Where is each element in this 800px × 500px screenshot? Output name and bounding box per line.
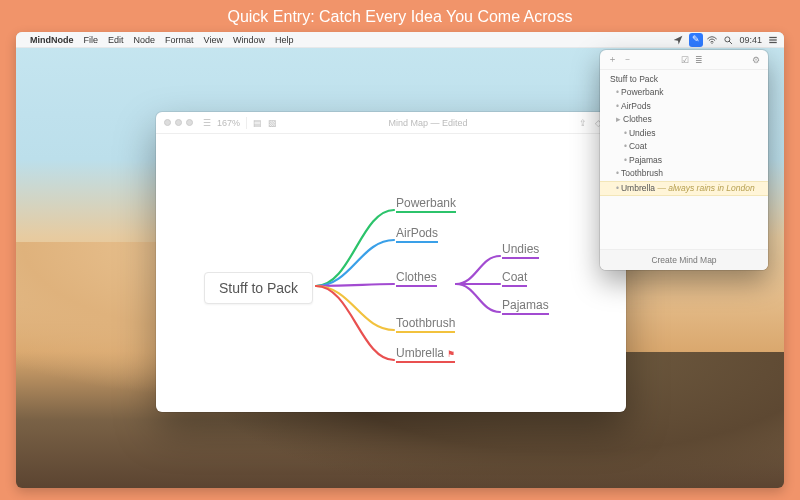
- minimize-icon[interactable]: [175, 119, 182, 126]
- quick-entry-toolbar: ＋ － ☑ ≣ ⚙: [600, 50, 768, 70]
- node-undies[interactable]: Undies: [502, 242, 539, 259]
- promo-title: Quick Entry: Catch Every Idea You Come A…: [227, 8, 572, 26]
- promo-frame: Quick Entry: Catch Every Idea You Come A…: [0, 0, 800, 500]
- svg-line-2: [730, 41, 733, 44]
- outline-view-icon[interactable]: ▤: [253, 118, 262, 128]
- menubar-clock[interactable]: 09:41: [739, 35, 762, 45]
- menubar: MindNode File Edit Node Format View Wind…: [16, 32, 784, 48]
- svg-rect-4: [769, 39, 777, 40]
- window-titlebar: ☰ 167% ▤ ▧ Mind Map — Edited ⇪ ◇ ⊕: [156, 112, 626, 134]
- node-powerbank[interactable]: Powerbank: [396, 196, 456, 213]
- qe-item-umbrella[interactable]: •Umbrella — always rains in London: [600, 181, 768, 196]
- svg-rect-3: [769, 36, 777, 37]
- node-pajamas[interactable]: Pajamas: [502, 298, 549, 315]
- menu-node[interactable]: Node: [134, 35, 156, 45]
- document-window: ☰ 167% ▤ ▧ Mind Map — Edited ⇪ ◇ ⊕: [156, 112, 626, 412]
- node-umbrella-label: Umbrella: [396, 346, 444, 360]
- create-mind-map-button[interactable]: Create Mind Map: [600, 249, 768, 270]
- menu-format[interactable]: Format: [165, 35, 194, 45]
- sidebar-toggle-icon[interactable]: ☰: [203, 118, 211, 128]
- qe-item-airpods[interactable]: •AirPods: [600, 100, 768, 113]
- app-menu[interactable]: MindNode: [30, 35, 74, 45]
- quick-entry-list[interactable]: Stuff to Pack •Powerbank •AirPods ▸Cloth…: [600, 70, 768, 199]
- share-icon[interactable]: ⇪: [579, 118, 587, 128]
- menu-edit[interactable]: Edit: [108, 35, 124, 45]
- qe-add-button[interactable]: ＋: [608, 53, 617, 66]
- zoom-level[interactable]: 167%: [217, 118, 240, 128]
- window-traffic-lights[interactable]: [164, 119, 193, 126]
- node-toothbrush[interactable]: Toothbrush: [396, 316, 455, 333]
- menu-help[interactable]: Help: [275, 35, 294, 45]
- root-node[interactable]: Stuff to Pack: [204, 272, 313, 304]
- wifi-status-icon[interactable]: [707, 35, 717, 45]
- quick-entry-menubar-icon[interactable]: ✎: [689, 33, 703, 47]
- macos-desktop: MindNode File Edit Node Format View Wind…: [16, 32, 784, 488]
- menu-file[interactable]: File: [84, 35, 99, 45]
- svg-point-0: [712, 42, 713, 43]
- notification-center-icon[interactable]: [768, 35, 778, 45]
- qe-remove-button[interactable]: －: [623, 53, 632, 66]
- window-title: Mind Map — Edited: [283, 118, 573, 128]
- quick-entry-panel: ＋ － ☑ ≣ ⚙ Stuff to Pack •Powerbank •AirP…: [600, 50, 768, 270]
- node-umbrella[interactable]: Umbrella⚑: [396, 346, 455, 363]
- qe-item-coat[interactable]: •Coat: [600, 140, 768, 153]
- qe-item-clothes[interactable]: ▸Clothes: [600, 113, 768, 126]
- menu-view[interactable]: View: [204, 35, 223, 45]
- spotlight-icon[interactable]: [723, 35, 733, 45]
- mindmap-canvas[interactable]: Stuff to Pack Powerbank AirPods Clothes …: [156, 134, 626, 412]
- menu-window[interactable]: Window: [233, 35, 265, 45]
- qe-item-undies[interactable]: •Undies: [600, 127, 768, 140]
- node-coat[interactable]: Coat: [502, 270, 527, 287]
- qe-item-root[interactable]: Stuff to Pack: [600, 73, 768, 86]
- flag-icon: ⚑: [447, 349, 455, 359]
- zoom-icon[interactable]: [186, 119, 193, 126]
- svg-rect-5: [769, 41, 777, 42]
- node-airpods[interactable]: AirPods: [396, 226, 438, 243]
- qe-checklist-icon[interactable]: ☑: [681, 55, 689, 65]
- qe-item-powerbank[interactable]: •Powerbank: [600, 86, 768, 99]
- location-status-icon[interactable]: [673, 35, 683, 45]
- qe-item-toothbrush[interactable]: •Toothbrush: [600, 167, 768, 180]
- qe-outline-icon[interactable]: ≣: [695, 55, 703, 65]
- qe-settings-icon[interactable]: ⚙: [752, 55, 760, 65]
- close-icon[interactable]: [164, 119, 171, 126]
- qe-item-pajamas[interactable]: •Pajamas: [600, 154, 768, 167]
- media-icon[interactable]: ▧: [268, 118, 277, 128]
- node-clothes[interactable]: Clothes: [396, 270, 437, 287]
